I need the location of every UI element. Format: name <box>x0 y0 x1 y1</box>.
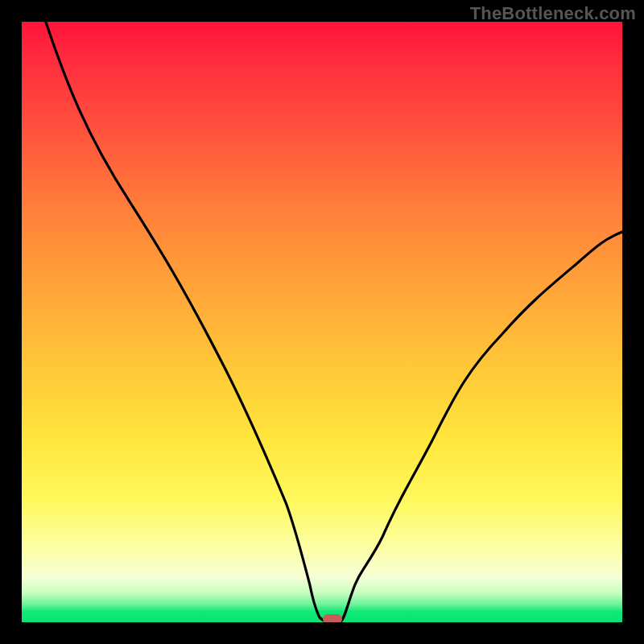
chart-frame: TheBottleneck.com <box>0 0 644 644</box>
watermark-text: TheBottleneck.com <box>470 3 636 24</box>
plot-area <box>22 22 622 622</box>
bottleneck-curve <box>22 22 622 622</box>
valley-marker <box>323 614 342 622</box>
